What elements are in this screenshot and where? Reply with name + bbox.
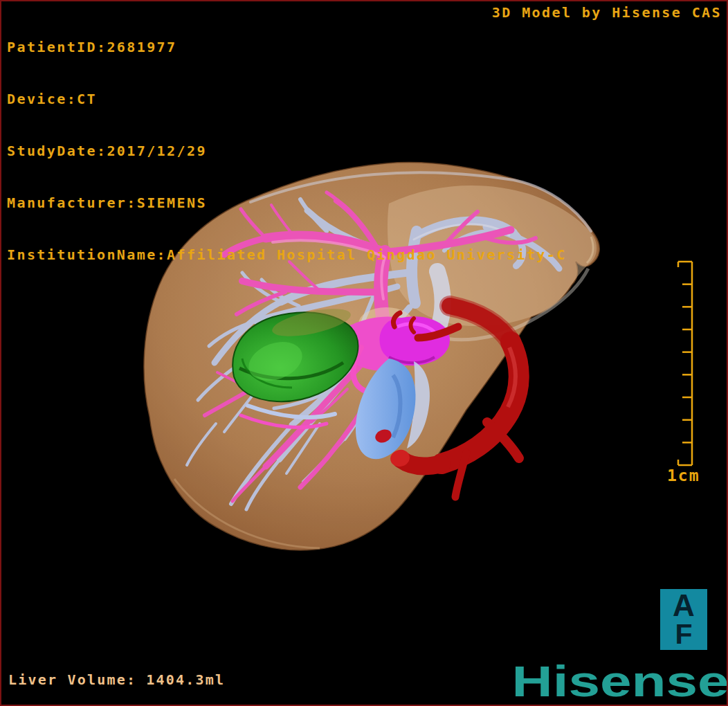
orientation-foot-letter: F: [675, 620, 692, 648]
scale-bar-lines: [678, 262, 692, 465]
liver-volume-text: Liver Volume: 1404.3ml: [8, 671, 225, 688]
scale-bar-label: 1cm: [667, 467, 700, 485]
orientation-anterior-letter: A: [673, 591, 695, 620]
institution-name-text: InstitutionName:Affiliated Hospital Qing…: [7, 246, 567, 264]
patient-id-text: PatientID:2681977: [7, 39, 567, 56]
orientation-badge[interactable]: A F: [660, 589, 707, 650]
study-date-text: StudyDate:2017/12/29: [7, 143, 567, 160]
app-title: 3D Model by Hisense CAS: [492, 4, 722, 21]
device-text: Device:CT: [7, 91, 567, 108]
hisense-logo: Hisense: [512, 660, 728, 702]
manufacturer-text: Manufacturer:SIEMENS: [7, 194, 567, 212]
scale-bar: [673, 259, 696, 468]
viewport-frame: PatientID:2681977 Device:CT StudyDate:20…: [0, 0, 728, 706]
patient-info-overlay: PatientID:2681977 Device:CT StudyDate:20…: [7, 4, 567, 298]
